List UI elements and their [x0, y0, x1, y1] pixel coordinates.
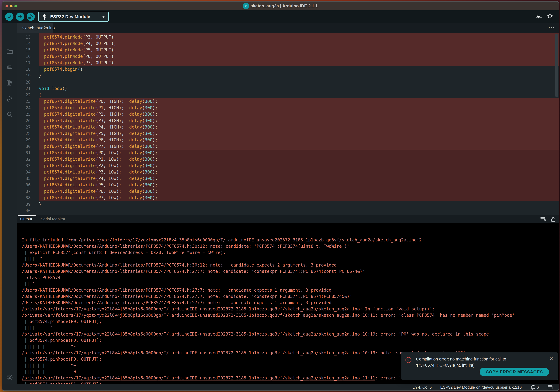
traffic-lights — [6, 5, 17, 7]
code-line: 19} — [17, 72, 559, 79]
error-circle-icon — [405, 357, 412, 363]
line-number: 16 — [17, 53, 39, 60]
code-line: 28 pcf8574.digitalWrite(P5, HIGH); delay… — [17, 130, 559, 137]
library-manager-icon[interactable] — [6, 79, 13, 87]
console-line: /Users/KATHEESKUMAR/Documents/Arduino/li… — [22, 268, 559, 274]
line-number: 14 — [17, 40, 39, 47]
line-number: 22 — [17, 92, 39, 98]
tab-output[interactable]: Output — [20, 215, 32, 223]
code-line: 23 pcf8574.digitalWrite(P0, HIGH); delay… — [17, 98, 559, 105]
line-number: 12 — [17, 33, 39, 34]
verify-button[interactable] — [5, 12, 13, 21]
zoom-window-button[interactable] — [14, 5, 17, 7]
board-selector-label: ESP32 Dev Module — [50, 14, 90, 19]
code-line: 16 pcf8574.pinMode(P6, OUTPUT); — [17, 53, 559, 60]
bottom-panel-tab-bar: Output Serial Monitor — [17, 215, 559, 223]
code-line: 33 pcf8574.digitalWrite(P2, LOW); delay(… — [17, 163, 559, 169]
window-title: sketch_aug2a | Arduino IDE 2.1.1 — [250, 3, 318, 9]
line-number: 33 — [17, 163, 39, 169]
bell-icon — [530, 385, 535, 390]
line-number: 24 — [17, 105, 39, 111]
line-number: 37 — [17, 188, 39, 195]
serial-plotter-button[interactable] — [536, 13, 542, 20]
code-line: 13 pcf8574.pinMode(P3, OUTPUT); — [17, 34, 559, 40]
account-icon[interactable] — [6, 374, 13, 381]
serial-monitor-button[interactable] — [546, 13, 554, 20]
clear-output-icon[interactable] — [540, 216, 546, 222]
toggle-bottom-panel-icon[interactable] — [548, 385, 553, 390]
editor-scrollbar[interactable] — [555, 34, 558, 97]
boards-manager-icon[interactable] — [6, 64, 13, 71]
code-line: 29 pcf8574.digitalWrite(P6, HIGH); delay… — [17, 137, 559, 143]
cursor-position[interactable]: Ln 4, Col 5 — [412, 385, 432, 390]
status-bar: Ln 4, Col 5 ESP32 Dev Module on /dev/cu.… — [2, 384, 559, 391]
error-location-link[interactable]: /private/var/folders/17/yqztxmyx22l8v4j3… — [22, 332, 375, 337]
arduino-logo-icon: ∞ — [243, 3, 249, 9]
tab-sketch-label: sketch_aug2a.ino — [22, 26, 55, 30]
code-line: 30 pcf8574.digitalWrite(P7, HIGH); delay… — [17, 143, 559, 150]
console-line: || pcf8574.pinMode(P0, OUTPUT); — [22, 337, 559, 343]
line-number: 30 — [17, 143, 39, 150]
code-line: 31 pcf8574.digitalWrite(P0, LOW); delay(… — [17, 150, 559, 156]
search-icon[interactable] — [6, 111, 13, 118]
line-number: 26 — [17, 118, 39, 124]
code-line: 15 pcf8574.pinMode(P5, OUTPUT); — [17, 47, 559, 53]
line-number: 28 — [17, 130, 39, 137]
console-line: | class PCF8574 — [22, 274, 559, 281]
code-line: 25 pcf8574.digitalWrite(P2, HIGH); delay… — [17, 111, 559, 118]
tab-sketch[interactable]: sketch_aug2a.ino — [17, 23, 53, 33]
code-line: 14 pcf8574.pinMode(P4, OUTPUT); — [17, 40, 559, 47]
toast-message: Compilation error: no matching function … — [416, 356, 547, 368]
line-number: 27 — [17, 124, 39, 130]
line-number: 32 — [17, 156, 39, 163]
close-icon[interactable]: ✕ — [550, 356, 553, 361]
line-number: 29 — [17, 137, 39, 143]
code-line: 12 pcf8574.pinMode(P2, OUTPUT); — [17, 33, 559, 34]
error-location-link[interactable]: /private/var/folders/17/yqztxmyx22l8v4j3… — [22, 313, 375, 318]
code-line: 20 — [17, 79, 559, 85]
console-line: /private/var/folders/17/yqztxmyx22l8v4j3… — [22, 306, 559, 312]
notification-count: 6 — [537, 385, 539, 390]
debug-button[interactable] — [27, 12, 35, 21]
close-window-button[interactable] — [6, 5, 8, 7]
console-line: || explicit PCF8574(const uint8_t device… — [22, 249, 559, 256]
board-selector[interactable]: ESP32 Dev Module — [38, 12, 109, 22]
copy-error-messages-button[interactable]: COPY ERROR MESSAGES — [480, 368, 549, 376]
code-line: 18 pcf8574.begin(); — [17, 66, 559, 72]
console-line: ||||| ^~~~~~~ — [22, 325, 559, 331]
scroll-lock-icon[interactable] — [550, 216, 556, 222]
console-line: /Users/KATHEESKUMAR/Documents/Arduino/li… — [22, 243, 559, 249]
board-port-status[interactable]: ESP32 Dev Module on /dev/cu.usbserial-12… — [440, 385, 522, 390]
upload-button[interactable] — [16, 12, 24, 21]
notifications-bell[interactable]: 6 — [530, 385, 539, 390]
code-line: 34 pcf8574.digitalWrite(P3, LOW); delay(… — [17, 169, 559, 175]
line-number: 23 — [17, 98, 39, 105]
code-line: 41// the flash with for loop PCF8574 tri… — [17, 214, 559, 215]
code-line: 22{ — [17, 92, 559, 98]
code-line: 26 pcf8574.digitalWrite(P3, HIGH); delay… — [17, 118, 559, 124]
code-line: 40 — [17, 207, 559, 214]
console-line: /Users/KATHEESKUMAR/Documents/Arduino/li… — [22, 300, 559, 306]
code-line: 37 pcf8574.digitalWrite(P6, LOW); delay(… — [17, 188, 559, 195]
debug-sidebar-icon[interactable] — [6, 95, 13, 102]
code-line: 24 pcf8574.digitalWrite(P1, HIGH); delay… — [17, 105, 559, 111]
bug-play-icon — [28, 13, 34, 20]
line-number: 20 — [17, 79, 39, 85]
console-line: /private/var/folders/17/yqztxmyx22l8v4j3… — [22, 312, 559, 318]
error-location-link[interactable]: /private/var/folders/17/yqztxmyx22l8v4j3… — [22, 375, 375, 381]
code-line: 21void loop() — [17, 85, 559, 92]
line-number: 41 — [17, 214, 39, 215]
usb-icon — [42, 13, 47, 20]
line-number: 39 — [17, 201, 39, 207]
tab-serial-monitor[interactable]: Serial Monitor — [41, 215, 65, 223]
more-actions-button[interactable]: ⋯ — [548, 24, 555, 31]
editor-lines: 12 pcf8574.pinMode(P2, OUTPUT);13 pcf857… — [17, 33, 559, 215]
line-number: 21 — [17, 85, 39, 92]
console-line: /Users/KATHEESKUMAR/Documents/Arduino/li… — [22, 287, 559, 293]
sketchbook-folder-icon[interactable] — [6, 48, 13, 55]
minimize-window-button[interactable] — [10, 5, 12, 7]
console-line: In file included from /private/var/folde… — [22, 237, 559, 243]
line-number: 13 — [17, 34, 39, 40]
code-editor[interactable]: 12 pcf8574.pinMode(P2, OUTPUT);13 pcf857… — [17, 33, 559, 215]
line-number: 19 — [17, 72, 39, 79]
